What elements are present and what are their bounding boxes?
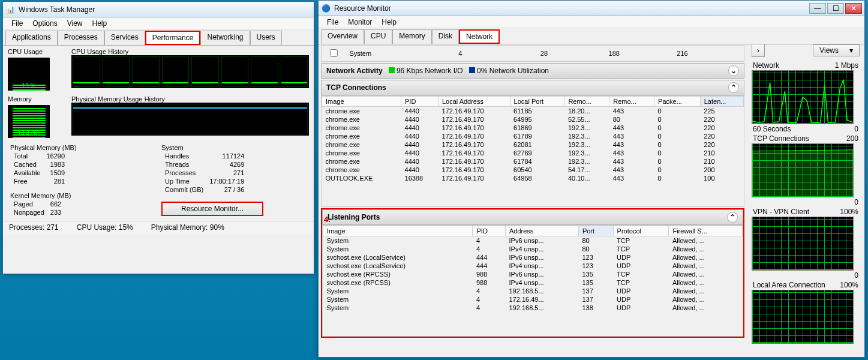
cell: 62769	[510, 149, 564, 157]
col-header[interactable]: Remo...	[564, 97, 609, 107]
close-button[interactable]: ✕	[845, 3, 862, 14]
col-header[interactable]: Remo...	[609, 97, 654, 107]
col-header[interactable]: PID	[401, 97, 438, 107]
table-row[interactable]: OUTLOOK.EXE16388172.16.49.1706495840.10.…	[322, 174, 744, 182]
chevron-down-icon[interactable]: ⌄	[728, 65, 739, 76]
tab-cpu[interactable]: CPU	[364, 29, 392, 44]
cell: 192.168.5...	[505, 304, 578, 312]
memory-history-chart	[71, 103, 309, 136]
tcp-table-container[interactable]: ImagePIDLocal AddressLocal PortRemo...Re…	[321, 95, 744, 207]
titlebar-taskmgr[interactable]: 📊 Windows Task Manager	[3, 2, 314, 17]
chevron-up-icon[interactable]: ⌃	[727, 212, 738, 223]
tab-performance[interactable]: Performance	[145, 31, 201, 45]
tab-applications[interactable]: Applications	[5, 31, 58, 45]
kv-val: 662	[48, 200, 64, 208]
chevron-up-icon[interactable]: ⌃	[728, 82, 739, 93]
table-row[interactable]: svchost.exe (RPCSS)988IPv4 unsp...135TCP…	[323, 278, 743, 287]
menu-view[interactable]: View	[64, 19, 86, 28]
resource-monitor-button[interactable]: Resource Monitor...	[161, 202, 263, 216]
phys-mem-header: Physical Memory (MB)	[10, 144, 155, 151]
tab-overview[interactable]: Overview	[321, 29, 364, 44]
table-row[interactable]: chrome.exe4440172.16.49.17061869192.3...…	[322, 124, 744, 132]
menu-file[interactable]: File	[323, 18, 342, 26]
chart-right-label: 1 Mbps	[835, 61, 858, 70]
cell: 4	[473, 295, 506, 304]
kv-val: 281	[44, 178, 67, 185]
proc-checkbox[interactable]	[330, 49, 338, 57]
menu-help[interactable]: Help	[378, 18, 400, 26]
col-header[interactable]: Packe...	[654, 97, 701, 107]
cell: TCP	[613, 236, 669, 245]
kv-val: 1509	[44, 169, 67, 176]
tab-disk[interactable]: Disk	[432, 29, 459, 44]
listening-ports-bar[interactable]: Listening Ports ⌃	[322, 209, 743, 225]
chart-title: Local Area Connection	[753, 281, 825, 289]
chart-title: TCP Connections	[753, 134, 809, 143]
views-button[interactable]: Views▾	[813, 44, 860, 56]
tab-services[interactable]: Services	[104, 31, 145, 45]
table-row[interactable]: svchost.exe (LocalService)444IPv6 unsp..…	[323, 253, 743, 262]
cell: 64995	[510, 115, 564, 124]
cell: 172.16.49.170	[438, 124, 510, 132]
col-header[interactable]: Firewall S...	[669, 226, 743, 236]
tab-network[interactable]: Network	[459, 29, 500, 44]
menu-help[interactable]: Help	[89, 19, 111, 28]
taskmgr-statusbar: Processes: 271 CPU Usage: 15% Physical M…	[3, 221, 314, 233]
tab-memory[interactable]: Memory	[392, 29, 431, 44]
cell: 80	[578, 236, 613, 245]
col-header[interactable]: Protocol	[613, 226, 669, 236]
tcp-connections-bar[interactable]: TCP Connections ⌃	[321, 80, 744, 95]
cell: 4440	[401, 124, 438, 132]
collapse-charts-button[interactable]: ›	[752, 44, 765, 57]
col-header[interactable]: Local Address	[438, 97, 510, 107]
cell: IPv4 unsp...	[505, 245, 578, 253]
table-row[interactable]: chrome.exe4440172.16.49.1706054054.17...…	[322, 166, 744, 174]
cpu-usage-value: 15 %	[8, 83, 50, 89]
kv-key: Available	[11, 169, 43, 176]
kv-key: Paged	[11, 200, 47, 208]
cell: 210	[700, 149, 743, 157]
cell: System	[323, 295, 473, 304]
mini-chart	[752, 70, 854, 124]
table-row[interactable]: chrome.exe4440172.16.49.17061784192.3...…	[322, 157, 744, 166]
cell: 0	[654, 140, 701, 149]
table-row[interactable]: chrome.exe4440172.16.49.1706499552.55...…	[322, 115, 744, 124]
menu-file[interactable]: File	[8, 19, 26, 28]
table-row[interactable]: System4192.168.5...138UDPAllowed, ...	[323, 304, 743, 312]
cell: Allowed, ...	[669, 287, 743, 295]
maximize-button[interactable]: ☐	[827, 3, 844, 14]
minimize-button[interactable]: —	[809, 3, 826, 14]
table-row[interactable]: System4192.168.5...137UDPAllowed, ...	[323, 287, 743, 295]
col-header[interactable]: PID	[473, 226, 506, 236]
cell: 4440	[401, 166, 438, 174]
col-header[interactable]: Address	[505, 226, 578, 236]
col-header[interactable]: Local Port	[510, 97, 564, 107]
table-row[interactable]: chrome.exe4440172.16.49.17061789192.3...…	[322, 132, 744, 140]
table-row[interactable]: chrome.exe4440172.16.49.17062081192.3...…	[322, 140, 744, 149]
listening-ports-container[interactable]: ImagePIDAddressPortProtocolFirewall S...…	[322, 225, 743, 337]
menu-monitor[interactable]: Monitor	[344, 18, 376, 26]
titlebar-resmon[interactable]: 🔵 Resource Monitor — ☐ ✕	[319, 1, 864, 16]
kv-val: 17:00:17:19	[207, 178, 247, 185]
col-header[interactable]: Port	[578, 226, 613, 236]
col-header[interactable]: Laten...	[700, 97, 743, 107]
table-row[interactable]: System4IPv6 unsp...80TCPAllowed, ...	[323, 236, 743, 245]
col-header[interactable]: Image	[323, 226, 473, 236]
table-row[interactable]: chrome.exe4440172.16.49.1706118518.20...…	[322, 107, 744, 116]
table-row[interactable]: System4172.16.49...137UDPAllowed, ...	[323, 295, 743, 304]
table-row[interactable]: System4IPv4 unsp...80TCPAllowed, ...	[323, 245, 743, 253]
col-header[interactable]: Image	[322, 97, 401, 107]
table-row[interactable]: chrome.exe4440172.16.49.17062769192.3...…	[322, 149, 744, 157]
cell: System	[323, 236, 473, 245]
chart-right-label: 100%	[840, 208, 858, 216]
network-activity-bar[interactable]: Network Activity 96 Kbps Network I/O 0% …	[321, 63, 744, 79]
menu-options[interactable]: Options	[29, 19, 61, 28]
cell: chrome.exe	[322, 166, 401, 174]
tab-users[interactable]: Users	[250, 31, 282, 45]
kv-key: Threads	[163, 161, 206, 168]
tab-processes[interactable]: Processes	[58, 31, 104, 45]
table-row[interactable]: svchost.exe (LocalService)444IPv4 unsp..…	[323, 262, 743, 270]
tab-networking[interactable]: Networking	[200, 31, 250, 45]
listening-ports-table: ImagePIDAddressPortProtocolFirewall S...…	[323, 226, 743, 312]
table-row[interactable]: svchost.exe (RPCSS)988IPv6 unsp...135TCP…	[323, 270, 743, 278]
